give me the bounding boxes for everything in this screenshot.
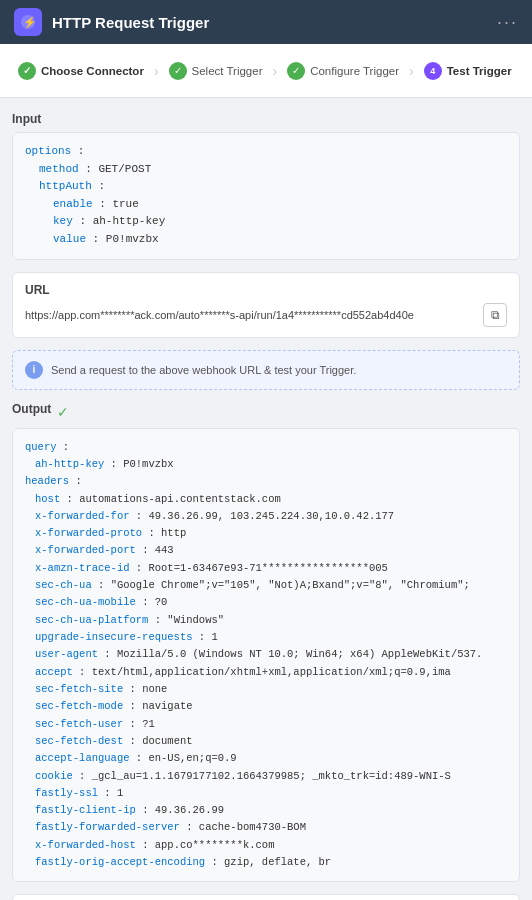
step-test-trigger[interactable]: 4 Test Trigger [416,62,520,80]
svg-text:⚡: ⚡ [23,15,36,29]
enable-key: enable [53,198,93,210]
info-box: i Send a request to the above webhook UR… [12,350,520,390]
method-val: GET/POST [98,163,151,175]
steps-bar: ✓ Choose Connector › ✓ Select Trigger › … [0,44,532,98]
step2-check-icon: ✓ [169,62,187,80]
app-header: ⚡ HTTP Request Trigger ··· [0,0,532,44]
step-configure-trigger[interactable]: ✓ Configure Trigger [279,62,407,80]
opt-key: options [25,145,71,157]
trigger-conditions-section: Trigger Conditions ∧ + Add Trigger Condi… [12,894,520,900]
output-section: Output ✓ query : ah-http-key : P0!mvzbx … [12,402,520,883]
main-content: Input options : method : GET/POST httpAu… [0,98,532,900]
key-val: ah-http-key [93,215,166,227]
more-options-icon[interactable]: ··· [497,12,518,33]
input-label: Input [12,112,520,126]
url-section: URL https://app.com********ack.com/auto*… [12,272,520,338]
copy-url-button[interactable]: ⧉ [483,303,507,327]
value-key: value [53,233,86,245]
step4-number-icon: 4 [424,62,442,80]
trigger-conditions-header[interactable]: Trigger Conditions ∧ [13,895,519,900]
step2-label: Select Trigger [192,65,263,77]
info-text: Send a request to the above webhook URL … [51,364,356,376]
app-icon: ⚡ [14,8,42,36]
output-check-icon: ✓ [57,404,69,420]
output-code-box: query : ah-http-key : P0!mvzbx headers :… [12,428,520,883]
url-label: URL [25,283,507,297]
step1-check-icon: ✓ [18,62,36,80]
step4-label: Test Trigger [447,65,512,77]
input-code-box: options : method : GET/POST httpAuth : e… [12,132,520,260]
enable-val: true [112,198,138,210]
key-key: key [53,215,73,227]
url-row: https://app.com********ack.com/auto*****… [25,303,507,327]
url-value: https://app.com********ack.com/auto*****… [25,309,475,321]
output-label: Output [12,402,51,416]
step3-check-icon: ✓ [287,62,305,80]
step3-label: Configure Trigger [310,65,399,77]
input-section: Input options : method : GET/POST httpAu… [12,112,520,260]
step1-label: Choose Connector [41,65,144,77]
step-select-trigger[interactable]: ✓ Select Trigger [161,62,271,80]
value-val: P0!mvzbx [106,233,159,245]
info-icon: i [25,361,43,379]
header-title: HTTP Request Trigger [52,14,487,31]
httpauth-key: httpAuth [39,180,92,192]
step-choose-connector[interactable]: ✓ Choose Connector [10,62,152,80]
method-key: method [39,163,79,175]
